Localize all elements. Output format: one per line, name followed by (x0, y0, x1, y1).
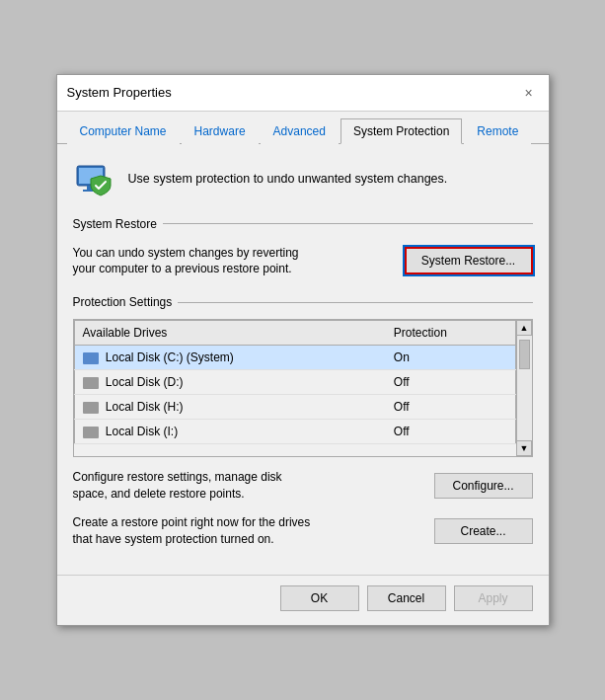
tab-computer-name[interactable]: Computer Name (67, 118, 180, 144)
col-protection-header: Protection (386, 321, 515, 346)
title-bar: System Properties × (57, 75, 549, 112)
tab-content: Use system protection to undo unwanted s… (57, 144, 549, 576)
drive-name-cell: Local Disk (I:) (74, 420, 386, 444)
system-restore-section: System Restore You can undo system chang… (73, 217, 533, 282)
drive-name-cell: Local Disk (H:) (74, 395, 386, 420)
apply-button[interactable]: Apply (454, 585, 533, 611)
tab-remote[interactable]: Remote (464, 118, 531, 144)
system-protection-icon (73, 158, 116, 201)
drives-table-container: Available Drives Protection Local Disk (… (73, 319, 533, 457)
tab-system-protection[interactable]: System Protection (340, 118, 462, 144)
tabs-container: Computer Name Hardware Advanced System P… (57, 112, 549, 144)
drive-icon-gray (83, 402, 99, 414)
drive-icon-gray (83, 377, 99, 389)
drive-protection-cell: Off (386, 370, 515, 395)
create-button[interactable]: Create... (434, 518, 533, 544)
create-description: Create a restore point right now for the… (73, 514, 320, 548)
header-section: Use system protection to undo unwanted s… (73, 158, 533, 201)
configure-button[interactable]: Configure... (434, 473, 533, 499)
configure-description: Configure restore settings, manage disk … (73, 469, 320, 503)
tab-hardware[interactable]: Hardware (182, 118, 259, 144)
table-row[interactable]: Local Disk (C:) (System) On (74, 346, 515, 370)
drive-name-cell: Local Disk (D:) (74, 370, 386, 395)
scroll-track (517, 336, 532, 440)
drive-name-cell: Local Disk (C:) (System) (74, 346, 386, 370)
header-text: Use system protection to undo unwanted s… (128, 171, 448, 189)
drive-protection-cell: Off (386, 395, 515, 420)
close-button[interactable]: × (519, 83, 539, 103)
scroll-up-button[interactable]: ▲ (516, 320, 532, 336)
protection-settings-section: Protection Settings Available Drives Pro… (73, 295, 533, 547)
protection-settings-label: Protection Settings (73, 295, 533, 309)
system-restore-button[interactable]: System Restore... (405, 247, 533, 274)
system-properties-window: System Properties × Computer Name Hardwa… (56, 74, 550, 627)
create-row: Create a restore point right now for the… (73, 514, 533, 548)
table-header-row: Available Drives Protection (74, 321, 515, 346)
scroll-down-button[interactable]: ▼ (516, 440, 532, 456)
table-row[interactable]: Local Disk (D:) Off (74, 370, 515, 395)
configure-row: Configure restore settings, manage disk … (73, 469, 533, 503)
restore-description: You can undo system changes by reverting… (73, 245, 300, 278)
bottom-bar: OK Cancel Apply (57, 575, 549, 625)
drive-icon-blue (83, 352, 99, 364)
col-drives-header: Available Drives (74, 321, 386, 346)
table-row[interactable]: Local Disk (I:) Off (74, 420, 515, 444)
system-restore-label: System Restore (73, 217, 533, 231)
drive-protection-cell: Off (386, 420, 515, 444)
table-row[interactable]: Local Disk (H:) Off (74, 395, 515, 420)
scroll-thumb[interactable] (519, 340, 530, 369)
drives-table: Available Drives Protection Local Disk (… (74, 320, 516, 444)
drive-protection-cell: On (386, 346, 515, 370)
restore-row: You can undo system changes by reverting… (73, 241, 533, 282)
drive-icon-gray (83, 427, 99, 438)
window-title: System Properties (67, 85, 172, 100)
cancel-button[interactable]: Cancel (367, 585, 446, 611)
tab-advanced[interactable]: Advanced (261, 118, 339, 144)
table-scrollbar[interactable]: ▲ ▼ (516, 320, 532, 456)
ok-button[interactable]: OK (280, 585, 359, 611)
